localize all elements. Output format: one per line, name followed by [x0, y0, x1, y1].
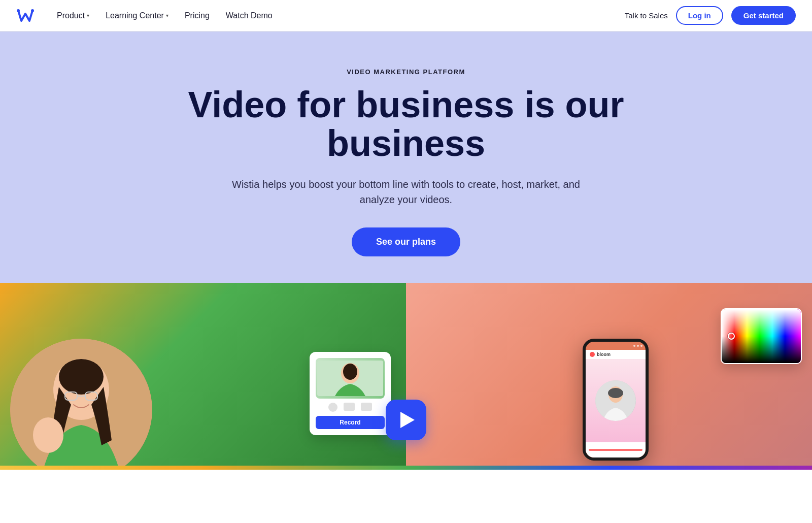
svg-point-12	[343, 364, 357, 380]
nav-links: Product ▾ Learning Center ▾ Pricing Watc…	[49, 0, 625, 31]
phone-screen: bloom	[586, 342, 646, 457]
nav-product[interactable]: Product ▾	[49, 0, 97, 31]
bloom-brand-text: bloom	[597, 352, 611, 357]
logo[interactable]	[16, 9, 35, 23]
phone-playback-bar	[589, 449, 642, 451]
nav-learning-center[interactable]: Learning Center ▾	[97, 0, 177, 31]
learning-center-chevron-icon: ▾	[166, 13, 168, 18]
bottom-bar	[0, 466, 812, 470]
hero-section: VIDEO MARKETING PLATFORM Video for busin…	[0, 31, 812, 283]
login-button[interactable]: Log in	[676, 6, 723, 25]
phone-wrapper: bloom	[583, 339, 649, 461]
nav-right: Talk to Sales Log in Get started	[625, 6, 796, 25]
record-card-icons	[316, 403, 385, 412]
phone-content	[586, 359, 646, 442]
product-chevron-icon: ▾	[87, 13, 89, 18]
svg-point-15	[608, 388, 623, 398]
record-icon-screen	[344, 403, 355, 411]
play-button[interactable]	[386, 400, 426, 440]
navigation: Product ▾ Learning Center ▾ Pricing Watc…	[0, 0, 812, 31]
color-picker-cursor	[728, 333, 735, 340]
phone-app-header: bloom	[586, 350, 646, 359]
play-icon	[400, 412, 415, 428]
showcase-left: Record	[0, 283, 406, 466]
record-card: Record	[310, 352, 391, 435]
hero-title: Video for business is our business	[127, 86, 685, 162]
color-picker	[721, 308, 802, 364]
svg-point-9	[33, 417, 63, 453]
person-circle-left	[10, 339, 152, 466]
hero-cta-button[interactable]: See our plans	[352, 227, 460, 256]
get-started-button[interactable]: Get started	[731, 6, 796, 25]
record-preview	[316, 358, 385, 399]
nav-pricing[interactable]: Pricing	[177, 0, 218, 31]
svg-point-5	[59, 359, 104, 395]
svg-point-0	[17, 9, 20, 12]
hero-subtitle: Wistia helps you boost your bottom line …	[223, 177, 589, 207]
color-gradient	[722, 309, 801, 363]
svg-point-1	[31, 9, 34, 12]
hero-eyebrow: VIDEO MARKETING PLATFORM	[20, 68, 792, 76]
showcase-section: Record bloom	[0, 283, 812, 466]
record-icon-both	[361, 403, 372, 411]
bloom-logo-dot	[590, 352, 595, 357]
nav-watch-demo[interactable]: Watch Demo	[218, 0, 281, 31]
talk-to-sales-link[interactable]: Talk to Sales	[625, 11, 668, 20]
record-icon-person	[328, 403, 337, 412]
phone-footer	[586, 442, 646, 457]
phone-status-bar	[586, 342, 646, 350]
phone-person-circle	[595, 380, 636, 421]
phone-outer: bloom	[583, 339, 649, 461]
record-button[interactable]: Record	[316, 416, 385, 429]
showcase-right: bloom	[406, 283, 812, 466]
